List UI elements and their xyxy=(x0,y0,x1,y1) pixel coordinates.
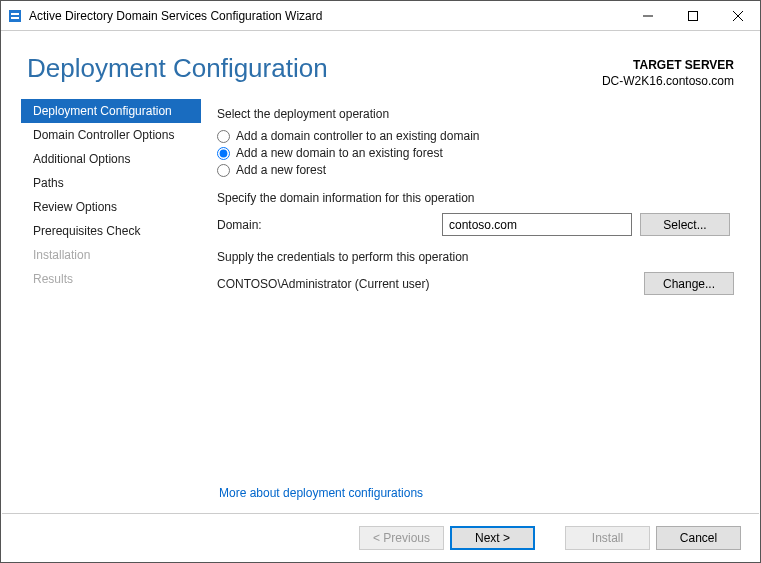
specify-domain-label: Specify the domain information for this … xyxy=(217,191,734,205)
app-icon xyxy=(7,8,23,24)
window-title: Active Directory Domain Services Configu… xyxy=(29,9,625,23)
radio-add-domain-existing-forest[interactable]: Add a new domain to an existing forest xyxy=(217,146,734,160)
close-button[interactable] xyxy=(715,1,760,30)
maximize-button[interactable] xyxy=(670,1,715,30)
radio-add-dc-existing-domain[interactable]: Add a domain controller to an existing d… xyxy=(217,129,734,143)
page-header: Deployment Configuration TARGET SERVER D… xyxy=(1,31,760,99)
radio-label-0: Add a domain controller to an existing d… xyxy=(236,129,479,143)
minimize-button[interactable] xyxy=(625,1,670,30)
select-operation-label: Select the deployment operation xyxy=(217,107,734,121)
radio-input-2[interactable] xyxy=(217,164,230,177)
sidebar-item-installation: Installation xyxy=(21,243,201,267)
svg-rect-1 xyxy=(11,13,19,15)
svg-rect-2 xyxy=(11,17,19,19)
radio-label-2: Add a new forest xyxy=(236,163,326,177)
domain-field-label: Domain: xyxy=(217,218,442,232)
target-server-block: TARGET SERVER DC-W2K16.contoso.com xyxy=(602,53,734,89)
content-pane: Select the deployment operation Add a do… xyxy=(201,99,750,309)
titlebar: Active Directory Domain Services Configu… xyxy=(1,1,760,31)
radio-input-0[interactable] xyxy=(217,130,230,143)
svg-rect-0 xyxy=(9,10,21,22)
sidebar-item-results: Results xyxy=(21,267,201,291)
install-button: Install xyxy=(565,526,650,550)
supply-credentials-label: Supply the credentials to perform this o… xyxy=(217,250,734,264)
radio-add-new-forest[interactable]: Add a new forest xyxy=(217,163,734,177)
cancel-button[interactable]: Cancel xyxy=(656,526,741,550)
more-about-link[interactable]: More about deployment configurations xyxy=(219,486,423,500)
credentials-text: CONTOSO\Administrator (Current user) xyxy=(217,277,644,291)
target-server-label: TARGET SERVER xyxy=(602,57,734,73)
sidebar-item-deployment-configuration[interactable]: Deployment Configuration xyxy=(21,99,201,123)
sidebar-item-paths[interactable]: Paths xyxy=(21,171,201,195)
wizard-sidebar: Deployment Configuration Domain Controll… xyxy=(21,99,201,309)
radio-input-1[interactable] xyxy=(217,147,230,160)
sidebar-item-additional-options[interactable]: Additional Options xyxy=(21,147,201,171)
next-button[interactable]: Next > xyxy=(450,526,535,550)
sidebar-item-domain-controller-options[interactable]: Domain Controller Options xyxy=(21,123,201,147)
change-credentials-button[interactable]: Change... xyxy=(644,272,734,295)
previous-button: < Previous xyxy=(359,526,444,550)
radio-label-1: Add a new domain to an existing forest xyxy=(236,146,443,160)
wizard-footer: < Previous Next > Install Cancel xyxy=(2,513,759,561)
domain-input[interactable] xyxy=(442,213,632,236)
sidebar-item-review-options[interactable]: Review Options xyxy=(21,195,201,219)
sidebar-item-prerequisites-check[interactable]: Prerequisites Check xyxy=(21,219,201,243)
select-domain-button[interactable]: Select... xyxy=(640,213,730,236)
target-server-value: DC-W2K16.contoso.com xyxy=(602,73,734,89)
page-title: Deployment Configuration xyxy=(27,53,602,84)
svg-rect-4 xyxy=(688,11,697,20)
